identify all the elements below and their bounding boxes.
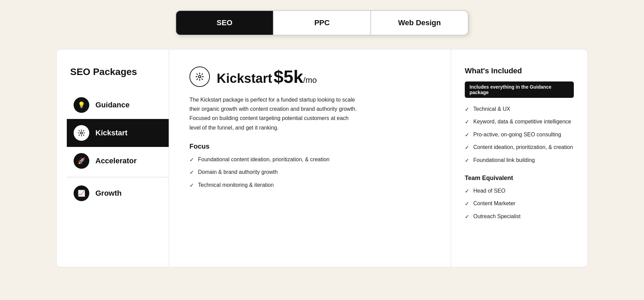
tab-web-design[interactable]: Web Design <box>371 11 468 35</box>
kickstart-icon <box>74 125 89 141</box>
check-icon-inc-1: ✓ <box>465 118 469 126</box>
package-description: The Kickstart package is perfect for a f… <box>189 95 360 132</box>
included-panel: What's Included Includes everything in t… <box>451 49 587 267</box>
focus-item-label-1: Domain & brand authority growth <box>198 168 278 176</box>
included-item-1: ✓ Keyword, data & competitive intelligen… <box>465 118 574 126</box>
check-icon-inc-2: ✓ <box>465 131 469 139</box>
included-item-label-3: Content ideation, prioritization, & crea… <box>473 144 573 151</box>
check-icon-2: ✓ <box>189 182 194 189</box>
package-price-unit: /mo <box>303 75 317 85</box>
check-icon-inc-0: ✓ <box>465 106 469 113</box>
check-icon-inc-4: ✓ <box>465 157 469 164</box>
detail-area: Kickstart $5k/mo The Kickstart package i… <box>169 49 451 267</box>
sidebar-item-accelerator[interactable]: 🚀 Accelerator <box>70 147 169 175</box>
included-item-label-4: Foundational link building <box>473 156 535 164</box>
tab-selector: SEO PPC Web Design <box>175 10 469 35</box>
check-icon-1: ✓ <box>189 169 194 176</box>
sidebar-item-label-growth: Growth <box>95 189 122 198</box>
focus-item-label-2: Technical monitoring & iteration <box>198 181 274 189</box>
team-item-1: ✓ Content Marketer <box>465 200 574 208</box>
team-item-label-0: Head of SEO <box>473 187 505 195</box>
focus-title: Focus <box>189 142 430 150</box>
sidebar-item-label-accelerator: Accelerator <box>95 156 137 165</box>
team-equivalent-title: Team Equivalent <box>465 175 574 182</box>
accelerator-icon: 🚀 <box>74 153 89 169</box>
check-icon-inc-3: ✓ <box>465 144 469 151</box>
sidebar-item-label-guidance: Guidance <box>95 101 129 109</box>
sidebar-item-guidance[interactable]: 💡 Guidance <box>70 91 169 119</box>
team-list: ✓ Head of SEO ✓ Content Marketer ✓ Outre… <box>465 187 574 221</box>
included-list: ✓ Technical & UX ✓ Keyword, data & compe… <box>465 105 574 164</box>
team-item-0: ✓ Head of SEO <box>465 187 574 195</box>
sidebar: SEO Packages 💡 Guidance Kickstart 🚀 Acce… <box>57 49 169 267</box>
guidance-icon: 💡 <box>74 97 89 113</box>
focus-list: ✓ Foundational content ideation, priorit… <box>189 156 430 189</box>
sidebar-item-kickstart[interactable]: Kickstart <box>67 119 169 147</box>
growth-icon: 📈 <box>74 185 89 201</box>
sidebar-divider <box>67 177 169 177</box>
focus-item-label-0: Foundational content ideation, prioritiz… <box>198 156 329 163</box>
included-badge: Includes everything in the Guidance pack… <box>465 81 574 98</box>
included-item-label-1: Keyword, data & competitive intelligence <box>473 118 571 125</box>
check-icon-team-2: ✓ <box>465 213 469 221</box>
team-item-2: ✓ Outreach Specialist <box>465 213 574 221</box>
tab-seo[interactable]: SEO <box>176 11 274 35</box>
team-item-label-2: Outreach Specialist <box>473 213 521 220</box>
svg-point-0 <box>80 132 82 134</box>
tab-ppc[interactable]: PPC <box>274 11 371 35</box>
included-item-2: ✓ Pro-active, on-going SEO consulting <box>465 131 574 139</box>
focus-item-0: ✓ Foundational content ideation, priorit… <box>189 156 430 164</box>
check-icon-0: ✓ <box>189 156 194 164</box>
included-item-0: ✓ Technical & UX <box>465 105 574 113</box>
sidebar-title: SEO Packages <box>70 66 169 77</box>
main-content: SEO Packages 💡 Guidance Kickstart 🚀 Acce… <box>56 49 588 267</box>
included-item-label-2: Pro-active, on-going SEO consulting <box>473 131 561 138</box>
sidebar-item-growth[interactable]: 📈 Growth <box>70 179 169 207</box>
svg-point-1 <box>199 76 201 78</box>
team-item-label-1: Content Marketer <box>473 200 516 207</box>
included-item-3: ✓ Content ideation, prioritization, & cr… <box>465 144 574 151</box>
package-title-group: Kickstart $5k/mo <box>217 66 317 87</box>
focus-item-1: ✓ Domain & brand authority growth <box>189 168 430 176</box>
included-title: What's Included <box>465 66 574 75</box>
package-price: $5k <box>274 67 303 87</box>
check-icon-team-1: ✓ <box>465 200 469 208</box>
included-item-4: ✓ Foundational link building <box>465 156 574 164</box>
package-icon <box>189 66 210 87</box>
included-item-label-0: Technical & UX <box>473 105 510 113</box>
focus-item-2: ✓ Technical monitoring & iteration <box>189 181 430 189</box>
check-icon-team-0: ✓ <box>465 188 469 195</box>
sidebar-item-label-kickstart: Kickstart <box>95 129 127 137</box>
package-name: Kickstart <box>217 71 272 86</box>
package-header: Kickstart $5k/mo <box>189 66 430 87</box>
